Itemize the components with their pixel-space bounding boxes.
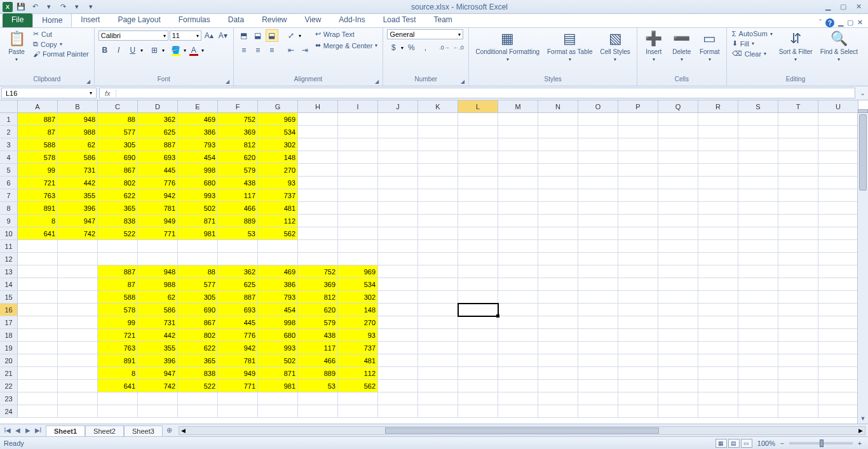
cell-P7[interactable] [618,189,658,202]
underline-button[interactable]: U [126,44,139,57]
decrease-decimal-button[interactable]: ←.0 [452,41,465,54]
cell-P19[interactable] [618,342,658,354]
cell-T8[interactable] [778,202,818,215]
cell-Q11[interactable] [658,240,698,253]
cell-B20[interactable] [58,354,98,367]
format-painter-button[interactable]: 🖌Format Painter [32,50,90,58]
cell-T4[interactable] [778,151,818,164]
cell-E3[interactable]: 793 [178,138,218,151]
cell-L22[interactable] [458,380,498,392]
cell-U23[interactable] [818,392,858,405]
cell-U3[interactable] [818,138,858,151]
cell-A20[interactable] [18,354,58,367]
close-button[interactable]: ✕ [853,3,864,11]
cell-D5[interactable]: 445 [138,164,178,177]
cell-L16[interactable] [458,304,498,316]
cell-R2[interactable] [698,126,738,138]
cell-P16[interactable] [618,304,658,316]
cell-B1[interactable]: 948 [58,113,98,126]
cell-U2[interactable] [818,126,858,138]
cell-M18[interactable] [498,329,538,342]
cell-L11[interactable] [458,240,498,253]
cell-I14[interactable]: 534 [338,278,378,291]
cell-I8[interactable] [338,202,378,215]
row-header-2[interactable]: 2 [0,126,18,138]
cell-K15[interactable] [418,291,458,304]
cell-B12[interactable] [58,253,98,265]
cell-E18[interactable]: 802 [178,329,218,342]
cell-T1[interactable] [778,113,818,126]
bold-button[interactable]: B [98,44,111,57]
cell-A18[interactable] [18,329,58,342]
row-header-5[interactable]: 5 [0,164,18,177]
cell-U18[interactable] [818,329,858,342]
column-header-F[interactable]: F [218,100,258,113]
format-cells-button[interactable]: ▭Format▾ [697,29,722,64]
cell-S15[interactable] [738,291,778,304]
cell-P5[interactable] [618,164,658,177]
cell-J21[interactable] [378,367,418,380]
zoom-in-button[interactable]: + [855,439,864,447]
scroll-left-button[interactable]: ◀ [179,427,188,434]
cell-U7[interactable] [818,189,858,202]
cell-O14[interactable] [578,278,618,291]
cell-E4[interactable]: 454 [178,151,218,164]
cell-N20[interactable] [538,354,578,367]
cell-D15[interactable]: 62 [138,291,178,304]
next-sheet-button[interactable]: ▶ [23,427,33,434]
clear-button[interactable]: ⌫Clear▾ [731,49,774,58]
cell-B15[interactable] [58,291,98,304]
cell-O18[interactable] [578,329,618,342]
cell-Q8[interactable] [658,202,698,215]
cell-A6[interactable]: 721 [18,177,58,189]
workbook-close[interactable]: ✕ [857,18,863,27]
cell-B11[interactable] [58,240,98,253]
cell-P24[interactable] [618,405,658,418]
cell-D22[interactable]: 742 [138,380,178,392]
cell-C13[interactable]: 887 [98,265,138,278]
cell-U14[interactable] [818,278,858,291]
cell-E1[interactable]: 469 [178,113,218,126]
cell-Q19[interactable] [658,342,698,354]
cell-N15[interactable] [538,291,578,304]
cell-styles-button[interactable]: ▧Cell Styles▾ [598,29,633,64]
tab-file[interactable]: File [3,13,32,27]
cell-M2[interactable] [498,126,538,138]
row-header-1[interactable]: 1 [0,113,18,126]
cell-M14[interactable] [498,278,538,291]
cell-M19[interactable] [498,342,538,354]
cell-I6[interactable] [338,177,378,189]
cell-A21[interactable] [18,367,58,380]
cell-O21[interactable] [578,367,618,380]
cell-M9[interactable] [498,215,538,227]
undo-dropdown[interactable]: ▾ [43,1,55,13]
cell-F17[interactable]: 445 [218,316,258,329]
cell-R8[interactable] [698,202,738,215]
name-box[interactable]: L16▾ [1,88,97,98]
cell-R23[interactable] [698,392,738,405]
cell-C21[interactable]: 8 [98,367,138,380]
cell-D24[interactable] [138,405,178,418]
cell-U22[interactable] [818,380,858,392]
row-header-23[interactable]: 23 [0,392,18,405]
cell-P23[interactable] [618,392,658,405]
wrap-text-button[interactable]: ↩Wrap Text [314,29,379,39]
cell-H17[interactable]: 579 [298,316,338,329]
cell-P9[interactable] [618,215,658,227]
cell-O9[interactable] [578,215,618,227]
cell-S16[interactable] [738,304,778,316]
cell-I2[interactable] [338,126,378,138]
cell-H10[interactable] [298,227,338,240]
cell-Q7[interactable] [658,189,698,202]
column-header-P[interactable]: P [618,100,658,113]
cell-K23[interactable] [418,392,458,405]
cell-E9[interactable]: 871 [178,215,218,227]
column-header-D[interactable]: D [138,100,178,113]
save-button[interactable]: 💾 [15,1,27,13]
cell-A5[interactable]: 99 [18,164,58,177]
cell-C1[interactable]: 88 [98,113,138,126]
cell-J4[interactable] [378,151,418,164]
cell-N5[interactable] [538,164,578,177]
prev-sheet-button[interactable]: ◀ [13,427,23,434]
cell-K1[interactable] [418,113,458,126]
